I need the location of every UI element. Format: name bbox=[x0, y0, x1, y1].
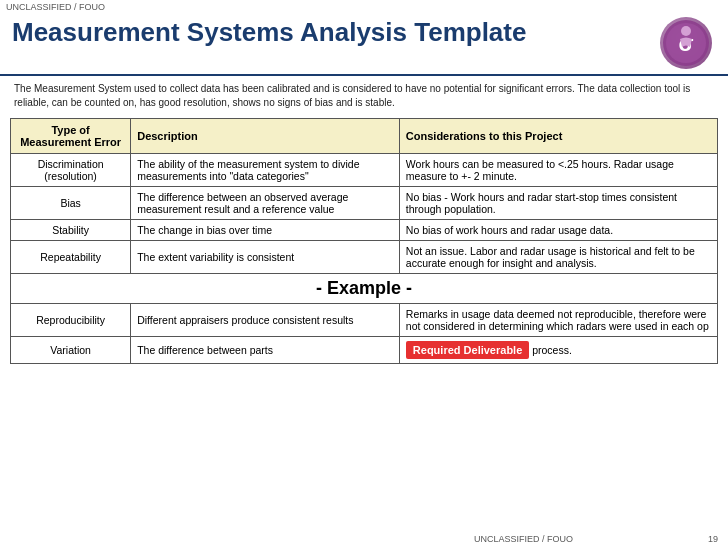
logo-icon: σ bbox=[660, 17, 712, 69]
table-row-consid: Required Deliverable process. bbox=[399, 337, 717, 364]
table-row-consid: No bias - Work hours and radar start-sto… bbox=[399, 187, 717, 220]
table-row-desc: The ability of the measurement system to… bbox=[131, 154, 400, 187]
logo: σ bbox=[656, 18, 716, 68]
top-classification: UNCLASSIFIED / FOUO bbox=[6, 2, 105, 12]
col-header-type: Type of Measurement Error bbox=[11, 119, 131, 154]
table-row-type: Reproducibility bbox=[11, 304, 131, 337]
table-row-consid: Work hours can be measured to <.25 hours… bbox=[399, 154, 717, 187]
footer-classification: UNCLASSIFIED / FOUO bbox=[474, 534, 573, 544]
main-table-container: Type of Measurement Error Description Co… bbox=[0, 116, 728, 368]
table-row-consid: Remarks in usage data deemed not reprodu… bbox=[399, 304, 717, 337]
col-header-desc: Description bbox=[131, 119, 400, 154]
table-row-type: Bias bbox=[11, 187, 131, 220]
page-title: Measurement Systems Analysis Template bbox=[12, 18, 526, 47]
table-row-consid: No bias of work hours and radar usage da… bbox=[399, 220, 717, 241]
page-number: 19 bbox=[708, 534, 718, 544]
intro-text: The Measurement System used to collect d… bbox=[0, 76, 728, 116]
table-row-desc: The extent variability is consistent bbox=[131, 241, 400, 274]
required-deliverable-badge: Required Deliverable bbox=[406, 341, 529, 359]
table-row-type: Stability bbox=[11, 220, 131, 241]
table-row-desc: The change in bias over time bbox=[131, 220, 400, 241]
table-row-type: Discrimination (resolution) bbox=[11, 154, 131, 187]
table-row-consid: Not an issue. Labor and radar usage is h… bbox=[399, 241, 717, 274]
svg-point-3 bbox=[681, 26, 691, 36]
example-row-cell: - Example - bbox=[11, 274, 718, 304]
col-header-consid: Considerations to this Project bbox=[399, 119, 717, 154]
table-row-desc: The difference between parts bbox=[131, 337, 400, 364]
table-row-type: Variation bbox=[11, 337, 131, 364]
table-row-type: Repeatability bbox=[11, 241, 131, 274]
table-row-desc: The difference between an observed avera… bbox=[131, 187, 400, 220]
table-row-desc: Different appraisers produce consistent … bbox=[131, 304, 400, 337]
msa-table: Type of Measurement Error Description Co… bbox=[10, 118, 718, 364]
